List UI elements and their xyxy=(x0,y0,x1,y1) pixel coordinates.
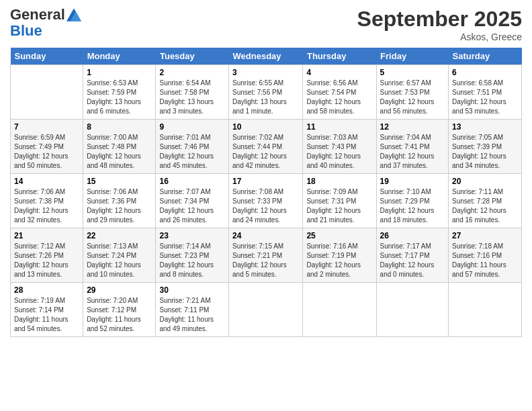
day-number: 28 xyxy=(14,285,79,295)
sunrise-text: Sunrise: 6:53 AM xyxy=(87,79,152,88)
daylight-text: Daylight: 12 hours and 13 minutes. xyxy=(14,261,79,279)
sunrise-text: Sunrise: 7:02 AM xyxy=(232,133,299,142)
sunset-text: Sunset: 7:39 PM xyxy=(452,142,518,152)
sunrise-text: Sunrise: 7:13 AM xyxy=(87,242,152,251)
table-row: 12 Sunrise: 7:04 AM Sunset: 7:41 PM Dayl… xyxy=(376,120,448,174)
cell-content: Sunrise: 7:21 AM Sunset: 7:11 PM Dayligh… xyxy=(159,296,225,334)
sunset-text: Sunset: 7:29 PM xyxy=(380,197,445,206)
sunset-text: Sunset: 7:11 PM xyxy=(159,306,225,315)
daylight-text: Daylight: 12 hours and 53 minutes. xyxy=(452,97,518,116)
table-row: 27 Sunrise: 7:18 AM Sunset: 7:16 PM Dayl… xyxy=(449,228,522,283)
daylight-text: Daylight: 12 hours and 58 minutes. xyxy=(306,97,372,116)
day-number: 23 xyxy=(159,231,225,240)
daylight-text: Daylight: 12 hours and 56 minutes. xyxy=(380,97,445,116)
sunset-text: Sunset: 7:54 PM xyxy=(306,88,372,97)
sunrise-text: Sunrise: 7:03 AM xyxy=(306,133,372,142)
week-row-1: 1 Sunrise: 6:53 AM Sunset: 7:59 PM Dayli… xyxy=(11,65,522,120)
sunrise-text: Sunrise: 7:15 AM xyxy=(232,242,299,251)
daylight-text: Daylight: 12 hours and 34 minutes. xyxy=(452,152,518,171)
header-monday: Monday xyxy=(83,48,156,65)
cell-content: Sunrise: 7:16 AM Sunset: 7:19 PM Dayligh… xyxy=(306,242,372,279)
sunset-text: Sunset: 7:16 PM xyxy=(452,251,518,261)
header-wednesday: Wednesday xyxy=(229,48,303,65)
day-number: 7 xyxy=(14,122,79,132)
cell-content: Sunrise: 7:12 AM Sunset: 7:26 PM Dayligh… xyxy=(14,242,79,279)
daylight-text: Daylight: 12 hours and 37 minutes. xyxy=(380,152,445,171)
daylight-text: Daylight: 12 hours and 2 minutes. xyxy=(306,261,372,279)
sunset-text: Sunset: 7:51 PM xyxy=(452,88,518,97)
sunrise-text: Sunrise: 7:14 AM xyxy=(159,242,225,251)
logo: General Blue xyxy=(10,7,81,39)
header-thursday: Thursday xyxy=(303,48,376,65)
sunrise-text: Sunrise: 7:17 AM xyxy=(380,242,445,251)
daylight-text: Daylight: 12 hours and 45 minutes. xyxy=(159,152,225,171)
day-number: 12 xyxy=(380,122,445,132)
cell-content: Sunrise: 6:54 AM Sunset: 7:58 PM Dayligh… xyxy=(159,79,225,116)
sunrise-text: Sunrise: 7:07 AM xyxy=(159,187,225,197)
sunrise-text: Sunrise: 6:59 AM xyxy=(14,133,79,142)
sunrise-text: Sunrise: 7:01 AM xyxy=(159,133,225,142)
table-row xyxy=(11,65,83,120)
cell-content: Sunrise: 7:14 AM Sunset: 7:23 PM Dayligh… xyxy=(159,242,225,279)
day-number: 1 xyxy=(87,68,152,77)
calendar-table: Sunday Monday Tuesday Wednesday Thursday… xyxy=(10,48,522,337)
day-number: 3 xyxy=(232,68,299,77)
table-row xyxy=(449,283,522,337)
sunrise-text: Sunrise: 7:18 AM xyxy=(452,242,518,251)
table-row: 2 Sunrise: 6:54 AM Sunset: 7:58 PM Dayli… xyxy=(156,65,229,120)
week-row-2: 7 Sunrise: 6:59 AM Sunset: 7:49 PM Dayli… xyxy=(11,120,522,174)
daylight-text: Daylight: 11 hours and 54 minutes. xyxy=(14,315,79,334)
header: General Blue September 2025 Askos, Greec… xyxy=(10,7,522,42)
day-number: 20 xyxy=(452,177,518,186)
table-row: 4 Sunrise: 6:56 AM Sunset: 7:54 PM Dayli… xyxy=(303,65,376,120)
table-row: 30 Sunrise: 7:21 AM Sunset: 7:11 PM Dayl… xyxy=(156,283,229,337)
cell-content: Sunrise: 6:58 AM Sunset: 7:51 PM Dayligh… xyxy=(452,79,518,116)
daylight-text: Daylight: 11 hours and 49 minutes. xyxy=(159,315,225,334)
table-row: 16 Sunrise: 7:07 AM Sunset: 7:34 PM Dayl… xyxy=(156,174,229,228)
sunset-text: Sunset: 7:33 PM xyxy=(232,197,299,206)
table-row xyxy=(303,283,376,337)
sunset-text: Sunset: 7:31 PM xyxy=(306,197,372,206)
daylight-text: Daylight: 12 hours and 24 minutes. xyxy=(232,206,299,225)
table-row: 28 Sunrise: 7:19 AM Sunset: 7:14 PM Dayl… xyxy=(11,283,83,337)
table-row: 29 Sunrise: 7:20 AM Sunset: 7:12 PM Dayl… xyxy=(83,283,156,337)
daylight-text: Daylight: 13 hours and 6 minutes. xyxy=(87,97,152,116)
daylight-text: Daylight: 12 hours and 5 minutes. xyxy=(232,261,299,279)
sunrise-text: Sunrise: 7:10 AM xyxy=(380,187,445,197)
daylight-text: Daylight: 12 hours and 8 minutes. xyxy=(159,261,225,279)
day-number: 15 xyxy=(87,177,152,186)
page: General Blue September 2025 Askos, Greec… xyxy=(0,0,532,411)
sunset-text: Sunset: 7:21 PM xyxy=(232,251,299,261)
daylight-text: Daylight: 12 hours and 16 minutes. xyxy=(452,206,518,225)
daylight-text: Daylight: 11 hours and 57 minutes. xyxy=(452,261,518,279)
sunset-text: Sunset: 7:12 PM xyxy=(87,306,152,315)
sunset-text: Sunset: 7:49 PM xyxy=(14,142,79,152)
day-number: 8 xyxy=(87,122,152,132)
sunrise-text: Sunrise: 7:05 AM xyxy=(452,133,518,142)
table-row: 9 Sunrise: 7:01 AM Sunset: 7:46 PM Dayli… xyxy=(156,120,229,174)
sunset-text: Sunset: 7:34 PM xyxy=(159,197,225,206)
cell-content: Sunrise: 7:02 AM Sunset: 7:44 PM Dayligh… xyxy=(232,133,299,171)
sunrise-text: Sunrise: 7:09 AM xyxy=(306,187,372,197)
table-row: 20 Sunrise: 7:11 AM Sunset: 7:28 PM Dayl… xyxy=(449,174,522,228)
day-number: 16 xyxy=(159,177,225,186)
table-row: 23 Sunrise: 7:14 AM Sunset: 7:23 PM Dayl… xyxy=(156,228,229,283)
day-number: 17 xyxy=(232,177,299,186)
day-number: 25 xyxy=(306,231,372,240)
table-row: 21 Sunrise: 7:12 AM Sunset: 7:26 PM Dayl… xyxy=(11,228,83,283)
cell-content: Sunrise: 7:06 AM Sunset: 7:38 PM Dayligh… xyxy=(14,187,79,225)
sunset-text: Sunset: 7:28 PM xyxy=(452,197,518,206)
day-number: 2 xyxy=(159,68,225,77)
day-number: 18 xyxy=(306,177,372,186)
header-saturday: Saturday xyxy=(449,48,522,65)
sunset-text: Sunset: 7:53 PM xyxy=(380,88,445,97)
cell-content: Sunrise: 7:03 AM Sunset: 7:43 PM Dayligh… xyxy=(306,133,372,171)
week-row-3: 14 Sunrise: 7:06 AM Sunset: 7:38 PM Dayl… xyxy=(11,174,522,228)
table-row: 7 Sunrise: 6:59 AM Sunset: 7:49 PM Dayli… xyxy=(11,120,83,174)
cell-content: Sunrise: 6:57 AM Sunset: 7:53 PM Dayligh… xyxy=(380,79,445,116)
table-row: 15 Sunrise: 7:06 AM Sunset: 7:36 PM Dayl… xyxy=(83,174,156,228)
table-row: 17 Sunrise: 7:08 AM Sunset: 7:33 PM Dayl… xyxy=(229,174,303,228)
sunrise-text: Sunrise: 7:16 AM xyxy=(306,242,372,251)
table-row: 18 Sunrise: 7:09 AM Sunset: 7:31 PM Dayl… xyxy=(303,174,376,228)
daylight-text: Daylight: 12 hours and 10 minutes. xyxy=(87,261,152,279)
